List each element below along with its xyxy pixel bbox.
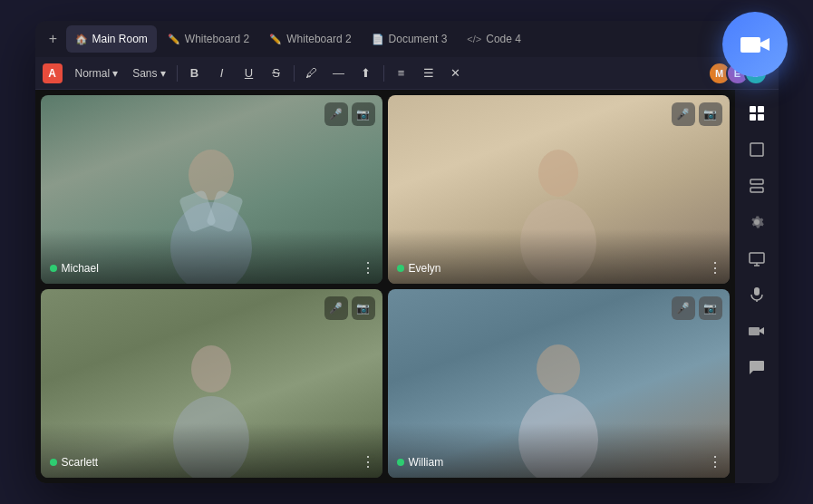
evelyn-cam-icon[interactable]: 📷: [699, 102, 722, 126]
svg-rect-16: [750, 188, 763, 192]
font-letter-icon: A: [43, 63, 63, 83]
michael-controls-top: 🎤 📷: [324, 102, 375, 126]
grid-view-button[interactable]: [740, 97, 773, 130]
svg-point-5: [520, 199, 596, 284]
tab-whiteboard2a[interactable]: ✏️ Whiteboard 2: [159, 25, 258, 53]
toolbar: A Normal ▾ Sans ▾ B I U S 🖊 — ⬆ ≡ ☰ ✕: [35, 57, 779, 90]
highlight-button[interactable]: 🖊: [300, 62, 324, 85]
tab-code4[interactable]: </> Code 4: [458, 25, 530, 53]
divider-2: [294, 65, 295, 82]
video-cell-evelyn: 🎤 📷 Evelyn ⋮: [388, 95, 730, 284]
style-dropdown[interactable]: Normal ▾: [70, 65, 124, 82]
tab-main-room-label: Main Room: [92, 33, 148, 45]
william-more-button[interactable]: ⋮: [708, 453, 722, 470]
william-mic-icon[interactable]: 🎤: [672, 296, 695, 320]
michael-mic-icon[interactable]: 🎤: [324, 102, 348, 126]
video-grid: 🎤 📷 Michael ⋮ 🎤: [35, 90, 735, 483]
single-view-button[interactable]: [740, 133, 773, 166]
svg-rect-20: [754, 287, 760, 296]
app-container: + 🏠 Main Room ✏️ Whiteboard 2 ✏️ Whitebo…: [35, 21, 779, 483]
style-label: Normal: [75, 67, 111, 80]
michael-silhouette: [157, 139, 266, 284]
line-button[interactable]: —: [327, 62, 351, 85]
settings-button[interactable]: [740, 206, 773, 238]
william-silhouette: [504, 333, 613, 478]
strikethrough-button[interactable]: S: [265, 62, 288, 85]
scarlett-mic-icon[interactable]: 🎤: [324, 296, 348, 320]
william-controls-top: 🎤 📷: [672, 296, 722, 320]
william-name-label: William: [397, 456, 444, 469]
tab-document3[interactable]: 📄 Document 3: [363, 25, 457, 53]
italic-button[interactable]: I: [210, 62, 234, 85]
svg-rect-15: [750, 179, 763, 184]
svg-rect-13: [758, 114, 764, 121]
tab-whiteboard2a-label: Whiteboard 2: [185, 33, 249, 45]
svg-rect-11: [758, 106, 764, 112]
list-ordered-button[interactable]: ≡: [390, 62, 413, 85]
tab-main-room[interactable]: 🏠 Main Room: [66, 25, 157, 53]
evelyn-status-dot: [397, 265, 404, 272]
scarlett-controls-top: 🎤 📷: [324, 296, 375, 320]
list-unordered-button[interactable]: ☰: [417, 62, 440, 85]
evelyn-more-button[interactable]: ⋮: [708, 259, 722, 276]
william-cam-icon[interactable]: 📷: [699, 296, 722, 320]
camera-button[interactable]: [740, 315, 773, 347]
code-icon: </>: [467, 34, 481, 44]
edit-icon-2: ✏️: [269, 34, 282, 45]
tab-bar: + 🏠 Main Room ✏️ Whiteboard 2 ✏️ Whitebo…: [35, 21, 779, 57]
evelyn-name-label: Evelyn: [397, 262, 441, 275]
add-tab-button[interactable]: +: [43, 28, 64, 50]
scarlett-name-label: Scarlett: [50, 456, 99, 469]
document-icon: 📄: [372, 34, 384, 45]
scarlett-more-button[interactable]: ⋮: [361, 453, 375, 470]
underline-button[interactable]: U: [237, 62, 261, 85]
svg-point-4: [538, 150, 578, 197]
michael-more-button[interactable]: ⋮: [361, 259, 375, 276]
font-dropdown[interactable]: Sans ▾: [127, 65, 170, 82]
edit-icon-1: ✏️: [168, 34, 180, 45]
video-cell-scarlett: 🎤 📷 Scarlett ⋮: [41, 289, 382, 478]
svg-rect-12: [750, 114, 756, 121]
font-chevron-icon: ▾: [160, 67, 166, 80]
michael-status-dot: [50, 265, 57, 272]
side-panel: [735, 90, 779, 483]
video-app-button[interactable]: [722, 12, 788, 77]
clear-format-button[interactable]: ✕: [444, 62, 468, 85]
main-content: 🎤 📷 Michael ⋮ 🎤: [35, 90, 779, 483]
evelyn-mic-icon[interactable]: 🎤: [672, 102, 695, 126]
svg-point-8: [537, 344, 580, 393]
chat-button[interactable]: [740, 351, 773, 383]
tab-whiteboard2b[interactable]: ✏️ Whiteboard 2: [260, 25, 360, 53]
microphone-button[interactable]: [740, 278, 773, 311]
scarlett-status-dot: [50, 459, 57, 466]
evelyn-controls-top: 🎤 📷: [672, 102, 722, 126]
william-status-dot: [397, 459, 404, 466]
tab-code4-label: Code 4: [486, 33, 521, 45]
video-cell-michael: 🎤 📷 Michael ⋮: [41, 95, 382, 284]
scarlett-silhouette: [157, 333, 266, 478]
svg-point-9: [518, 394, 598, 478]
list-view-button[interactable]: [740, 170, 773, 202]
tab-whiteboard2b-label: Whiteboard 2: [286, 33, 351, 45]
svg-point-0: [189, 150, 234, 200]
screen-share-button[interactable]: [740, 242, 773, 275]
divider-1: [177, 65, 178, 82]
svg-rect-10: [750, 106, 756, 112]
style-chevron-icon: ▾: [112, 67, 118, 80]
bold-button[interactable]: B: [183, 62, 207, 85]
video-cell-william: 🎤 📷 William ⋮: [388, 289, 730, 478]
video-camera-icon: [739, 28, 771, 61]
svg-rect-17: [750, 253, 764, 263]
evelyn-silhouette: [504, 139, 613, 284]
font-label: Sans: [132, 67, 157, 80]
home-icon: 🏠: [75, 34, 88, 45]
michael-cam-icon[interactable]: 📷: [352, 102, 375, 126]
scarlett-cam-icon[interactable]: 📷: [352, 296, 375, 320]
svg-rect-14: [750, 143, 763, 156]
tab-document3-label: Document 3: [389, 33, 448, 45]
divider-3: [383, 65, 384, 82]
svg-point-6: [191, 345, 231, 393]
svg-point-7: [173, 396, 249, 478]
michael-name-label: Michael: [50, 262, 99, 275]
indent-button[interactable]: ⬆: [354, 62, 378, 85]
